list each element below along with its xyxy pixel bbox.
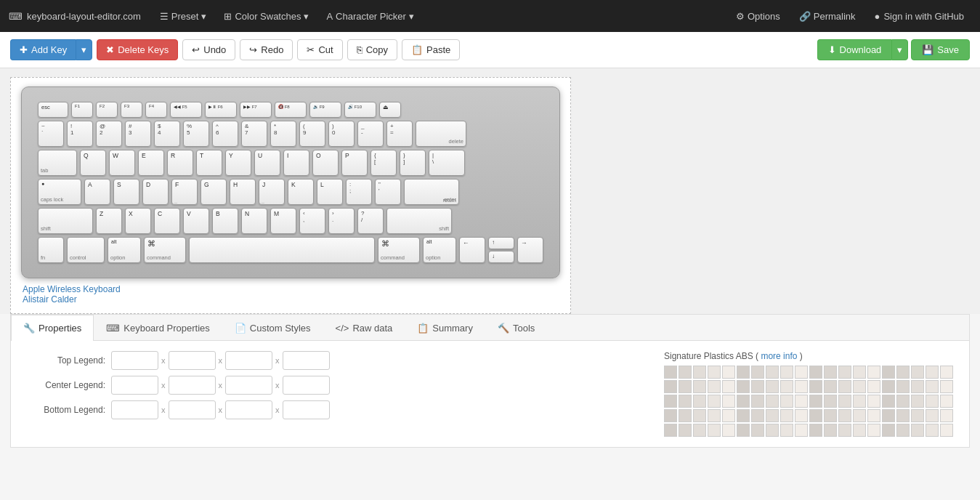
swatch-cell[interactable] [867, 395, 880, 408]
swatch-cell[interactable] [824, 424, 837, 437]
key-a[interactable]: A [84, 179, 110, 205]
key-control[interactable]: control [67, 237, 105, 263]
key-return[interactable]: enter return [404, 179, 459, 205]
swatch-cell[interactable] [926, 366, 939, 379]
key-v[interactable]: V [183, 208, 209, 234]
swatch-cell[interactable] [751, 409, 764, 422]
swatch-cell[interactable] [882, 395, 895, 408]
swatch-cell[interactable] [751, 380, 764, 393]
swatch-cell[interactable] [896, 366, 910, 379]
swatch-cell[interactable] [737, 380, 750, 393]
delete-keys-button[interactable]: ✖ Delete Keys [97, 39, 178, 60]
key-8[interactable]: * 8 [270, 121, 296, 147]
key-f10[interactable]: 🔊 F10 [344, 102, 376, 118]
preset-menu[interactable]: ☰ Preset ▾ [153, 5, 214, 28]
key-s[interactable]: S [113, 179, 139, 205]
key-command-left[interactable]: ⌘ command [144, 237, 186, 263]
swatch-cell[interactable] [737, 409, 750, 422]
swatch-cell[interactable] [664, 366, 677, 379]
swatch-cell[interactable] [780, 395, 793, 408]
key-2[interactable]: @ 2 [96, 121, 122, 147]
swatch-cell[interactable] [926, 409, 939, 422]
tab-tools[interactable]: 🔨 Tools [485, 315, 547, 341]
swatch-cell[interactable] [780, 366, 793, 379]
key-period[interactable]: › . [328, 208, 355, 234]
swatch-cell[interactable] [882, 366, 895, 379]
github-signin[interactable]: ● Sign in with GitHub [867, 5, 971, 28]
swatch-cell[interactable] [795, 409, 808, 422]
key-1[interactable]: ! 1 [67, 121, 93, 147]
key-f4[interactable]: F4 [145, 102, 167, 118]
cut-button[interactable]: ✂ Cut [297, 39, 342, 60]
swatch-cell[interactable] [780, 380, 793, 393]
key-6[interactable]: ^ 6 [212, 121, 238, 147]
swatch-cell[interactable] [911, 395, 924, 408]
swatch-cell[interactable] [853, 395, 866, 408]
swatch-cell[interactable] [751, 366, 764, 379]
key-f7[interactable]: ▶▶ F7 [240, 102, 272, 118]
permalink-menu[interactable]: 🔗 Permalink [792, 5, 863, 28]
swatch-cell[interactable] [693, 366, 706, 379]
swatch-cell[interactable] [722, 366, 735, 379]
key-slash[interactable]: ? / [357, 208, 384, 234]
bottom-legend-input-3[interactable] [225, 400, 272, 419]
swatch-cell[interactable] [780, 409, 793, 422]
key-i[interactable]: I [283, 150, 309, 176]
key-capslock[interactable]: ● caps lock [38, 179, 81, 205]
key-semicolon[interactable]: : ; [346, 179, 372, 205]
swatch-cell[interactable] [737, 366, 750, 379]
swatch-cell[interactable] [838, 424, 851, 437]
color-swatches-menu[interactable]: ⊞ Color Swatches ▾ [216, 5, 316, 28]
key-eject[interactable]: ⏏ [379, 102, 401, 118]
key-c[interactable]: C [154, 208, 180, 234]
swatch-cell[interactable] [679, 395, 692, 408]
key-g[interactable]: G [201, 179, 227, 205]
swatch-cell[interactable] [882, 409, 895, 422]
key-p[interactable]: P [341, 150, 368, 176]
swatch-cell[interactable] [693, 409, 706, 422]
swatch-cell[interactable] [838, 380, 851, 393]
swatch-cell[interactable] [751, 424, 764, 437]
center-legend-input-4[interactable] [283, 376, 330, 395]
key-f6[interactable]: ▶⏸ F6 [205, 102, 237, 118]
key-7[interactable]: & 7 [241, 121, 267, 147]
key-fn-bottom[interactable]: fn [38, 237, 64, 263]
swatch-cell[interactable] [838, 366, 851, 379]
swatch-cell[interactable] [911, 366, 924, 379]
swatch-cell[interactable] [708, 409, 721, 422]
key-delete[interactable]: delete [416, 121, 466, 147]
swatch-cell[interactable] [824, 380, 837, 393]
key-f8[interactable]: 🔇 F8 [275, 102, 307, 118]
swatch-cell[interactable] [824, 409, 837, 422]
swatch-cell[interactable] [708, 395, 721, 408]
key-minus[interactable]: _ - [357, 121, 384, 147]
swatch-cell[interactable] [853, 424, 866, 437]
keyboard-author-link[interactable]: Alistair Calder [23, 294, 560, 305]
key-e[interactable]: E [138, 150, 164, 176]
top-legend-input-1[interactable] [111, 351, 158, 370]
key-esc[interactable]: esc [38, 102, 68, 118]
key-q[interactable]: Q [80, 150, 106, 176]
options-menu[interactable]: ⚙ Options [729, 5, 787, 28]
key-f9[interactable]: 🔉 F9 [309, 102, 341, 118]
center-legend-input-3[interactable] [225, 376, 272, 395]
swatch-cell[interactable] [809, 366, 822, 379]
save-button[interactable]: 💾 Save [911, 39, 970, 60]
swatch-cell[interactable] [679, 366, 692, 379]
swatch-cell[interactable] [838, 409, 851, 422]
top-legend-input-4[interactable] [283, 351, 330, 370]
center-legend-input-1[interactable] [111, 376, 158, 395]
swatch-cell[interactable] [940, 380, 953, 393]
swatch-cell[interactable] [708, 366, 721, 379]
key-equals[interactable]: + = [386, 121, 413, 147]
key-f5[interactable]: ◀◀ F5 [170, 102, 202, 118]
key-t[interactable]: T [196, 150, 222, 176]
top-legend-input-3[interactable] [225, 351, 272, 370]
swatch-cell[interactable] [795, 424, 808, 437]
center-legend-input-2[interactable] [169, 376, 216, 395]
download-button[interactable]: ⬇ Download [817, 39, 892, 60]
swatch-cell[interactable] [722, 380, 735, 393]
key-alt-left[interactable]: alt option [108, 237, 141, 263]
swatch-cell[interactable] [722, 395, 735, 408]
swatch-cell[interactable] [940, 409, 953, 422]
